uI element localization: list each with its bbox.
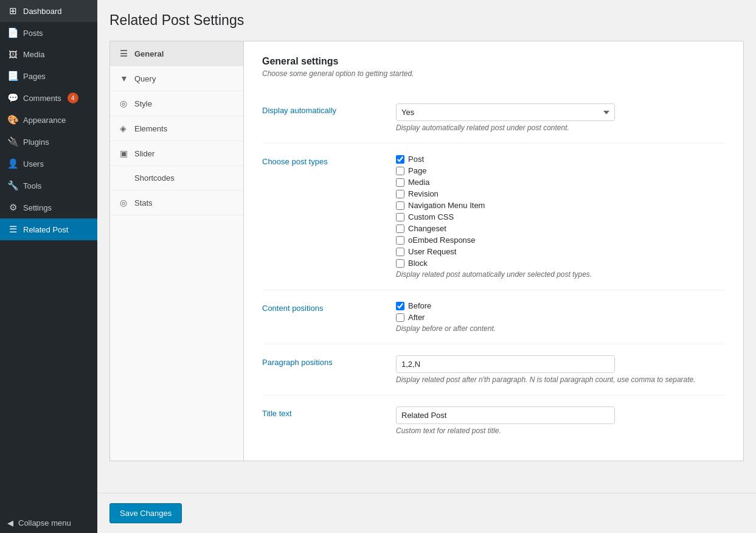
post-type-checkbox-post[interactable] — [396, 155, 404, 164]
settings-nav-item-elements[interactable]: ◈ Elements — [110, 116, 243, 141]
sidebar-item-label: Pages — [23, 72, 46, 81]
settings-nav-item-general[interactable]: ☰ General — [110, 41, 243, 66]
post-type-checkbox-page[interactable] — [396, 167, 404, 175]
page-title: Related Post Settings — [109, 12, 744, 29]
content-positions-label: Content positions — [262, 301, 384, 313]
query-nav-icon: ▼ — [120, 74, 130, 83]
collapse-menu[interactable]: ◀Collapse menu — [0, 513, 97, 533]
content-positions-control: BeforeAfter Display before or after cont… — [396, 301, 725, 333]
paragraph-positions-hint: Display related post after n'th paragrap… — [396, 375, 725, 384]
posts-icon: 📄 — [7, 27, 18, 38]
sidebar-item-users[interactable]: 👤 Users — [0, 153, 97, 175]
sidebar-item-dashboard[interactable]: ⊞ Dashboard — [0, 0, 97, 22]
sidebar-item-label: Dashboard — [23, 7, 62, 16]
choose-post-types-row: Choose post types PostPageMediaRevisionN… — [262, 144, 725, 290]
post-type-checkbox-oembed-response[interactable] — [396, 236, 404, 245]
content-pos-checkbox-before[interactable] — [396, 302, 404, 310]
paragraph-positions-control: Display related post after n'th paragrap… — [396, 355, 725, 384]
sidebar-item-media[interactable]: 🖼 Media — [0, 44, 97, 65]
title-text-hint: Custom text for related post title. — [396, 427, 725, 435]
sidebar-item-tools[interactable]: 🔧 Tools — [0, 175, 97, 197]
display-automatically-hint: Display automatically related post under… — [396, 124, 725, 132]
comments-badge: 4 — [68, 92, 78, 103]
sidebar-item-label: Posts — [23, 29, 43, 38]
settings-nav-item-slider[interactable]: ▣ Slider — [110, 141, 243, 166]
content-positions-list: BeforeAfter — [396, 301, 725, 322]
pages-icon: 📃 — [7, 71, 18, 82]
post-type-checkbox-revision[interactable] — [396, 190, 404, 198]
nav-item-label: Shortcodes — [134, 173, 175, 183]
choose-post-types-hint: Display related post automatically under… — [396, 270, 725, 279]
title-text-input[interactable] — [396, 406, 615, 424]
sidebar-item-label: Settings — [23, 203, 52, 212]
post-type-checkbox-custom-css[interactable] — [396, 213, 404, 221]
display-automatically-control: YesNo Display automatically related post… — [396, 103, 725, 132]
post-type-checkbox-block[interactable] — [396, 259, 404, 268]
post-type-label-custom-css: Custom CSS — [408, 212, 454, 221]
post-type-checkbox-changeset[interactable] — [396, 225, 404, 233]
choose-post-types-label: Choose post types — [262, 155, 384, 166]
post-type-label-oembed-response: oEmbed Response — [408, 235, 476, 245]
display-automatically-row: Display automatically YesNo Display auto… — [262, 92, 725, 144]
settings-nav-item-style[interactable]: ◎ Style — [110, 91, 243, 116]
post-type-checkbox-user-request[interactable] — [396, 248, 404, 256]
sidebar-item-pages[interactable]: 📃 Pages — [0, 65, 97, 87]
content-pos-label-before: Before — [408, 301, 431, 310]
post-type-checkbox-nav-menu-item[interactable] — [396, 201, 404, 210]
sidebar-item-settings[interactable]: ⚙ Settings — [0, 197, 97, 218]
settings-nav-item-shortcodes[interactable]: Shortcodes — [110, 166, 243, 190]
content-positions-hint: Display before or after content. — [396, 324, 725, 333]
nav-item-label: Stats — [134, 198, 153, 207]
sidebar-item-label: Plugins — [23, 138, 49, 147]
display-automatically-select[interactable]: YesNo — [396, 103, 615, 121]
appearance-icon: 🎨 — [7, 114, 18, 125]
content-pos-checkbox-after[interactable] — [396, 313, 404, 322]
nav-item-label: Slider — [134, 149, 154, 158]
post-type-label-nav-menu-item: Navigation Menu Item — [408, 201, 485, 210]
nav-item-label: General — [134, 49, 164, 58]
elements-nav-icon: ◈ — [120, 124, 130, 133]
paragraph-positions-input[interactable] — [396, 355, 615, 373]
title-text-control: Custom text for related post title. — [396, 406, 725, 435]
post-types-list: PostPageMediaRevisionNavigation Menu Ite… — [396, 155, 725, 268]
post-type-label-revision: Revision — [408, 189, 439, 198]
settings-nav-item-stats[interactable]: ◎ Stats — [110, 190, 243, 215]
sidebar-item-related-post[interactable]: ☰ Related Post — [0, 218, 97, 240]
post-type-checkbox-media[interactable] — [396, 178, 404, 187]
sidebar-item-plugins[interactable]: 🔌 Plugins — [0, 131, 97, 153]
post-type-post: Post — [396, 155, 725, 164]
post-type-label-block: Block — [408, 259, 428, 268]
content-area: Related Post Settings ☰ General▼ Query◎ … — [97, 0, 756, 493]
settings-wrapper: ☰ General▼ Query◎ Style◈ Elements▣ Slide… — [109, 41, 744, 461]
content-positions-row: Content positions BeforeAfter Display be… — [262, 290, 725, 344]
sidebar-item-label: Tools — [23, 181, 41, 190]
post-type-block: Block — [396, 259, 725, 268]
users-icon: 👤 — [7, 158, 18, 169]
nav-item-label: Query — [134, 74, 156, 83]
stats-nav-icon: ◎ — [120, 198, 130, 207]
media-icon: 🖼 — [7, 49, 18, 60]
save-button[interactable]: Save Changes — [109, 503, 182, 523]
post-type-custom-css: Custom CSS — [396, 212, 725, 221]
content-pos-label-after: After — [408, 313, 425, 322]
settings-icon: ⚙ — [7, 202, 18, 213]
tools-icon: 🔧 — [7, 180, 18, 191]
main-area: Related Post Settings ☰ General▼ Query◎ … — [97, 0, 756, 533]
sidebar-item-appearance[interactable]: 🎨 Appearance — [0, 109, 97, 131]
sidebar-item-label: Comments — [23, 94, 61, 103]
collapse-label: Collapse menu — [18, 518, 71, 528]
post-type-page: Page — [396, 166, 725, 175]
content-pos-after: After — [396, 313, 725, 322]
paragraph-positions-row: Paragraph positions Display related post… — [262, 344, 725, 395]
post-type-revision: Revision — [396, 189, 725, 198]
general-nav-icon: ☰ — [120, 49, 130, 58]
section-title: General settings — [262, 56, 725, 67]
settings-nav-item-query[interactable]: ▼ Query — [110, 66, 243, 91]
sidebar-item-comments[interactable]: 💬 Comments 4 — [0, 87, 97, 109]
sidebar-item-posts[interactable]: 📄 Posts — [0, 22, 97, 44]
sidebar-item-label: Related Post — [23, 225, 68, 234]
nav-item-label: Elements — [134, 124, 167, 133]
settings-content: General settings Choose some general opt… — [244, 41, 743, 461]
collapse-icon: ◀ — [7, 518, 13, 528]
comments-icon: 💬 — [7, 92, 18, 103]
